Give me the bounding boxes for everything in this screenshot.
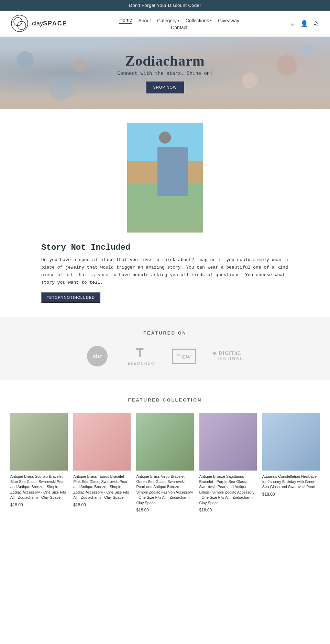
charm-decoration — [242, 73, 257, 88]
telemundo-logo: T TELEMUNDO — [125, 347, 155, 365]
telemundo-text: TELEMUNDO — [125, 361, 155, 365]
product-name-5: Aquarius Constellation Necklace for Janu… — [262, 474, 320, 490]
product-price-3: $18.00 — [136, 508, 194, 512]
dj-text: DIGITALJOURNAL — [217, 351, 243, 362]
charm-decoration — [16, 51, 34, 68]
header-icons: ⌕ 👤 🛍 — [291, 20, 320, 27]
cart-icon[interactable]: 🛍 — [314, 20, 320, 27]
nav-giveaway[interactable]: Giveaway — [218, 18, 239, 23]
main-nav: Home About Category ▾ Collections ▾ Give… — [119, 17, 239, 30]
product-name-1: Antique Brass Scorpio Bracelet - Blue Se… — [10, 474, 68, 500]
nav-contact[interactable]: Contact — [171, 25, 187, 30]
hero-title: Zodiacharm — [117, 53, 212, 69]
dj-diamond-icon — [213, 352, 217, 355]
hero-banner: Zodiacharm Connect with the stars. Shine… — [0, 37, 330, 109]
product-name-3: Antique Brass Virgo Bracelet - Green Sea… — [136, 474, 194, 506]
charm-decoration — [276, 55, 297, 76]
hero-subtitle: Connect with the stars. Shine on! — [117, 71, 212, 76]
digital-journal-logo: DIGITALJOURNAL — [213, 351, 243, 362]
product-card-5[interactable]: Aquarius Constellation Necklace for Janu… — [262, 413, 320, 512]
hashtag-button[interactable]: #STORYNOTINCLUDED — [41, 292, 100, 303]
hero-content: Zodiacharm Connect with the stars. Shine… — [117, 53, 212, 93]
site-header: claySPACE Home About Category ▾ Collecti… — [0, 11, 330, 37]
media-logos: abc T TELEMUNDO the cw DIGITALJOURNAL — [10, 346, 320, 366]
product-card-4[interactable]: Antique Bronze Sagittarius Bracelet - Pu… — [199, 413, 257, 512]
cw-logo: the cw — [172, 349, 196, 364]
footer-spacer — [0, 530, 330, 543]
featured-on-section: FEATURED ON abc T TELEMUNDO the cw DIGIT… — [0, 317, 330, 380]
nav-about[interactable]: About — [138, 18, 151, 23]
featured-on-title: FEATURED ON — [10, 330, 320, 336]
product-image-3 — [136, 413, 194, 470]
featured-collection-title: FEATURED COLLECTION — [10, 397, 320, 403]
logo[interactable]: claySPACE — [10, 14, 67, 33]
featured-collection-section: FEATURED COLLECTION Antique Brass Scorpi… — [0, 380, 330, 530]
nav-home[interactable]: Home — [119, 17, 132, 24]
story-text-area: Story Not Included Do you have a special… — [41, 243, 289, 303]
product-image-4 — [199, 413, 257, 470]
search-icon[interactable]: ⌕ — [291, 20, 295, 27]
product-card-2[interactable]: Antique Brass Taurus Bracelet - Pink Sea… — [73, 413, 131, 512]
product-card-3[interactable]: Antique Brass Virgo Bracelet - Green Sea… — [136, 413, 194, 512]
story-image — [127, 123, 203, 233]
shop-now-button[interactable]: SHOP NOW — [146, 81, 185, 93]
logo-icon — [10, 14, 29, 33]
category-chevron-icon: ▾ — [178, 19, 179, 22]
story-title: Story Not Included — [41, 243, 289, 252]
story-body: Do you have a special place that you lov… — [41, 256, 289, 286]
product-card-1[interactable]: Antique Brass Scorpio Bracelet - Blue Se… — [10, 413, 68, 512]
product-price-4: $18.00 — [199, 508, 257, 512]
product-image-1 — [10, 413, 68, 470]
logo-space: SPACE — [43, 20, 67, 27]
announcement-bar: Don't Forget Your Discount Code! — [0, 0, 330, 11]
cw-logo-mark: the cw — [172, 349, 196, 364]
product-price-1: $18.00 — [10, 502, 68, 507]
collections-chevron-icon: ▾ — [210, 19, 212, 22]
products-grid: Antique Brass Scorpio Bracelet - Blue Se… — [10, 413, 320, 512]
nav-category[interactable]: Category ▾ — [157, 18, 179, 23]
product-name-4: Antique Bronze Sagittarius Bracelet - Pu… — [199, 474, 257, 506]
story-section: Story Not Included Do you have a special… — [31, 123, 299, 303]
product-name-2: Antique Brass Taurus Bracelet - Pink Sea… — [73, 474, 131, 500]
product-image-2 — [73, 413, 131, 470]
nav-collections[interactable]: Collections ▾ — [186, 18, 212, 23]
abc-logo: abc — [87, 346, 108, 366]
charm-decoration — [73, 58, 86, 72]
announcement-text: Don't Forget Your Discount Code! — [129, 3, 201, 8]
logo-clay: clay — [32, 20, 43, 27]
charm-decoration — [50, 77, 74, 101]
account-icon[interactable]: 👤 — [300, 20, 308, 27]
abc-logo-mark: abc — [87, 346, 108, 366]
product-image-5 — [262, 413, 320, 470]
logo-text: claySPACE — [32, 20, 67, 27]
product-price-5: $18.00 — [262, 492, 320, 497]
charm-decoration — [301, 44, 314, 56]
telemundo-t-icon: T — [136, 347, 144, 359]
product-price-2: $18.00 — [73, 502, 131, 507]
